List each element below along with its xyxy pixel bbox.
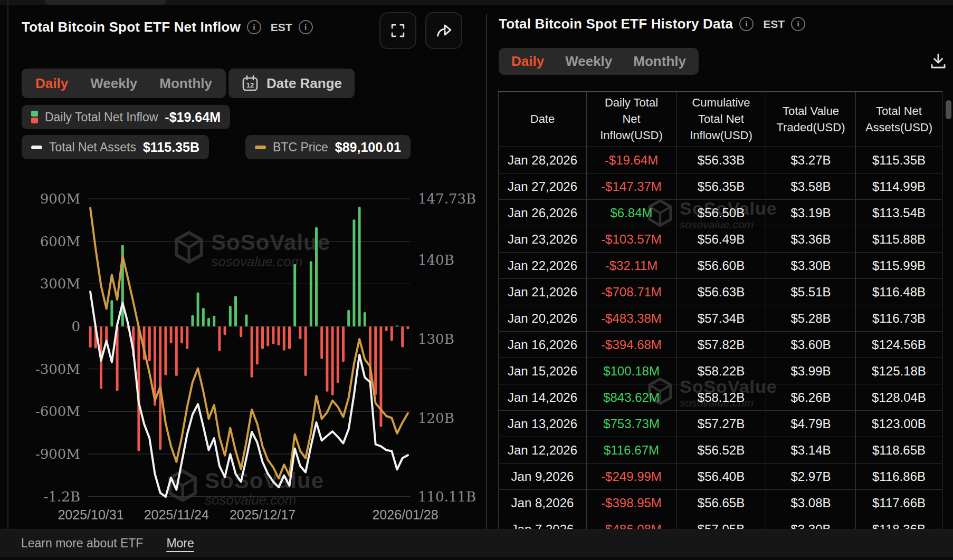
inflow-bar [310, 261, 312, 326]
tab-weekly[interactable]: Weekly [565, 53, 612, 70]
inflow-bar [148, 326, 151, 361]
table-row[interactable]: Jan 13,2026$753.73M$57.27B$4.79B$123.00B [498, 411, 942, 437]
inflow-bar [164, 326, 167, 375]
table-cell-value: -$32.11M [587, 253, 676, 279]
info-icon[interactable]: i [791, 17, 805, 31]
table-cell-value: $843.62M [587, 384, 676, 411]
download-icon [929, 52, 948, 71]
table-cell-date: Jan 7,2026 [498, 516, 587, 530]
inflow-bar [320, 326, 323, 359]
table-row[interactable]: Jan 28,2026-$19.64M$56.33B$3.27B$115.35B [498, 147, 942, 173]
info-icon[interactable]: i [739, 17, 754, 31]
table-cell-value: -$486.08M [587, 516, 676, 530]
inflow-bar [352, 219, 355, 326]
table-cell-value: $3.27B [766, 147, 856, 173]
inflow-bar [293, 264, 296, 326]
x-axis-label: 2025/10/31 [58, 507, 123, 522]
inflow-bar [385, 326, 388, 331]
x-axis-label: 2026/01/28 [372, 507, 438, 522]
inflow-bar [170, 326, 173, 343]
table-cell-value: $3.14B [766, 437, 856, 464]
inflow-bar [364, 312, 366, 326]
est-label: EST [763, 18, 785, 31]
history-data-table: DateDaily Total Net Inflow(USD)Cumulativ… [498, 91, 942, 530]
table-cell-value: -$398.95M [587, 490, 676, 516]
y-axis-left-label: -300M [35, 361, 80, 377]
table-cell-value: $56.35B [676, 173, 766, 200]
table-row[interactable]: Jan 26,2026$6.84M$56.50B$3.19B$113.54B [498, 200, 942, 226]
table-cell-value: $6.84M [587, 200, 676, 226]
table-cell-value: $5.51B [766, 279, 856, 305]
y-axis-left-label: -900M [35, 446, 80, 462]
table-row[interactable]: Jan 21,2026-$708.71M$56.63B$5.51B$116.48… [498, 279, 942, 305]
table-cell-date: Jan 20,2026 [498, 305, 587, 332]
inflow-bar [315, 227, 318, 326]
table-row[interactable]: Jan 27,2026-$147.37M$56.35B$3.58B$114.99… [498, 173, 942, 200]
table-cell-value: $56.65B [676, 490, 766, 516]
table-cell-value: $100.18M [587, 358, 676, 384]
table-row[interactable]: Jan 15,2026$100.18M$58.22B$3.99B$125.18B [498, 358, 942, 384]
table-scrollbar[interactable] [946, 100, 951, 119]
right-panel-header: Total Bitcoin Spot ETF History Data i ES… [499, 16, 805, 32]
table-row[interactable]: Jan 7,2026-$486.08M$57.05B$3.30B$118.36B [498, 516, 942, 530]
inflow-bar [304, 326, 307, 376]
inflow-bar [191, 315, 194, 326]
inflow-bar [218, 326, 221, 351]
table-cell-value: $56.63B [676, 279, 766, 305]
table-row[interactable]: Jan 8,2026-$398.95M$56.65B$3.08B$117.66B [498, 490, 942, 516]
inflow-bar [240, 326, 242, 337]
table-period-tabs: Daily Weekly Monthly [499, 48, 699, 75]
table-header-cell: Daily Total Net Inflow(USD) [587, 92, 676, 147]
inflow-bar [358, 207, 361, 326]
inflow-bar [180, 326, 183, 343]
tab-daily[interactable]: Daily [511, 53, 544, 70]
table-cell-value: $6.26B [766, 384, 856, 411]
inflow-bar [266, 326, 269, 346]
table-cell-value: $56.60B [676, 253, 766, 279]
inflow-bar [342, 326, 345, 362]
download-button[interactable] [928, 51, 949, 72]
y-axis-right-label: 120B [418, 410, 454, 426]
table-cell-value: $58.22B [676, 358, 766, 384]
y-axis-right-label: 140B [418, 252, 454, 268]
table-row[interactable]: Jan 22,2026-$32.11M$56.60B$3.30B$115.99B [498, 253, 942, 279]
table-cell-date: Jan 12,2026 [498, 437, 587, 464]
inflow-bar [245, 314, 247, 326]
inflow-bar [261, 326, 264, 349]
table-cell-value: $128.04B [856, 384, 942, 411]
inflow-bar [283, 326, 285, 351]
table-row[interactable]: Jan 14,2026$843.62M$58.12B$6.26B$128.04B [498, 384, 942, 411]
table-cell-date: Jan 15,2026 [498, 358, 587, 384]
table-cell-value: $116.86B [856, 464, 942, 490]
table-row[interactable]: Jan 16,2026-$394.68M$57.82B$3.60B$124.56… [498, 332, 942, 358]
inflow-bar [406, 326, 409, 329]
footer-text: Learn more about ETF [21, 536, 143, 551]
table-cell-date: Jan 27,2026 [498, 173, 587, 200]
inflow-bar [347, 310, 350, 326]
table-header-cell: Total Net Assets(USD) [856, 92, 942, 147]
tab-monthly[interactable]: Monthly [633, 53, 686, 70]
table-row[interactable]: Jan 20,2026-$483.38M$57.34B$5.28B$116.73… [498, 305, 942, 332]
inflow-bar [197, 292, 199, 326]
table-cell-value: $124.56B [856, 332, 942, 358]
inflow-bar [224, 326, 226, 335]
table-row[interactable]: Jan 23,2026-$103.57M$56.49B$3.36B$115.88… [498, 226, 942, 253]
table-cell-value: $56.52B [676, 437, 766, 464]
inflow-bar [396, 325, 398, 326]
table-cell-value: $115.88B [856, 226, 942, 253]
table-cell-value: $3.08B [766, 490, 856, 516]
table-cell-value: $3.30B [766, 253, 856, 279]
table-cell-value: $3.36B [766, 226, 856, 253]
table-cell-value: -$19.64M [587, 147, 676, 173]
x-axis-label: 2025/11/24 [144, 507, 209, 522]
table-row[interactable]: Jan 9,2026-$249.99M$56.40B$2.97B$116.86B [498, 464, 942, 490]
footer-more-link[interactable]: More [166, 536, 194, 551]
inflow-bar [229, 306, 232, 326]
table-cell-date: Jan 16,2026 [498, 332, 587, 358]
table-cell-value: $115.99B [856, 253, 942, 279]
table-cell-value: $117.66B [856, 490, 942, 516]
table-cell-value: $56.33B [676, 147, 766, 173]
table-cell-date: Jan 21,2026 [498, 279, 587, 305]
table-header-cell: Date [498, 92, 587, 147]
table-row[interactable]: Jan 12,2026$116.67M$56.52B$3.14B$118.65B [498, 437, 942, 464]
